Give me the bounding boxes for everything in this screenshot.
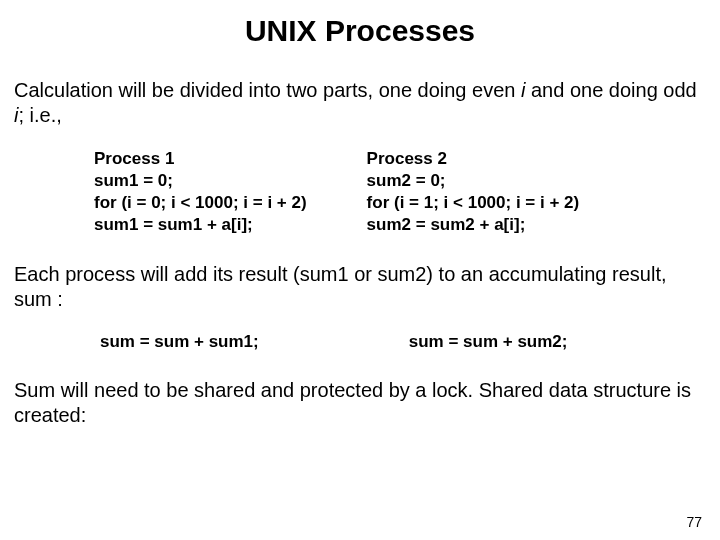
page-title: UNIX Processes	[14, 14, 706, 48]
intro-text-b: and one doing odd	[525, 79, 696, 101]
sum-process-2: sum = sum + sum2;	[409, 332, 568, 352]
intro-text-c: ; i.e.,	[18, 104, 61, 126]
page-number: 77	[686, 514, 702, 530]
code-row: Process 1 sum1 = 0; for (i = 0; i < 1000…	[14, 148, 706, 236]
paragraph-2: Each process will add its result (sum1 o…	[14, 262, 706, 312]
code-process-1: Process 1 sum1 = 0; for (i = 0; i < 1000…	[94, 148, 307, 236]
slide: UNIX Processes Calculation will be divid…	[0, 0, 720, 540]
intro-paragraph: Calculation will be divided into two par…	[14, 78, 706, 128]
sum-process-1: sum = sum + sum1;	[100, 332, 259, 352]
intro-text-a: Calculation will be divided into two par…	[14, 79, 521, 101]
sum-row: sum = sum + sum1; sum = sum + sum2;	[14, 332, 706, 352]
paragraph-3: Sum will need to be shared and protected…	[14, 378, 706, 428]
code-process-2: Process 2 sum2 = 0; for (i = 1; i < 1000…	[367, 148, 580, 236]
